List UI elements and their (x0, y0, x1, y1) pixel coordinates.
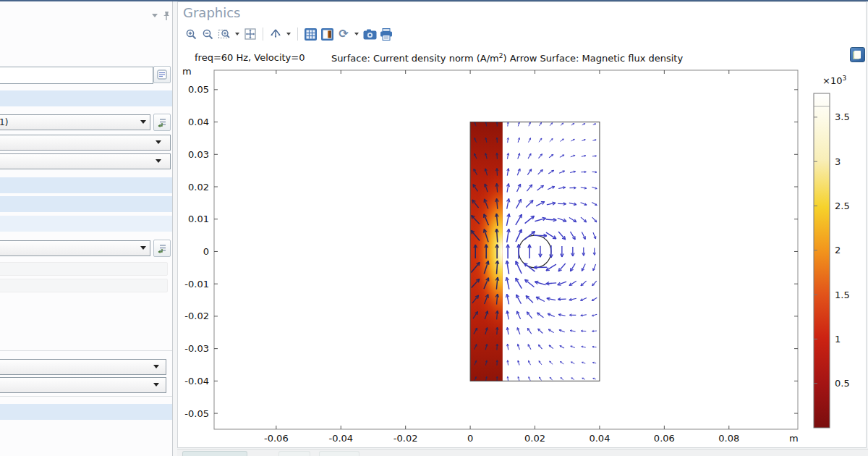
plot-canvas[interactable]: -0.06-0.04-0.0200.020.040.060.080.050.04… (178, 2, 867, 449)
svg-text:-0.01: -0.01 (184, 279, 209, 290)
svg-text:-0.03: -0.03 (184, 343, 209, 354)
section-header-band[interactable] (0, 177, 172, 193)
edit-expression-button[interactable] (153, 66, 171, 83)
section-header-band[interactable] (0, 196, 172, 212)
section-header-band[interactable] (0, 404, 172, 420)
svg-text:0.06: 0.06 (654, 433, 675, 444)
option-combo-6[interactable] (0, 377, 166, 393)
source-combo[interactable] (0, 240, 150, 256)
disabled-row (0, 262, 168, 276)
svg-text:0.01: 0.01 (188, 214, 209, 224)
chevron-down-icon (140, 120, 146, 124)
svg-text:-0.02: -0.02 (393, 433, 418, 444)
go-to-source-icon (157, 243, 167, 253)
svg-text:-0.02: -0.02 (184, 311, 209, 321)
svg-text:3: 3 (835, 156, 841, 167)
svg-text:-0.04: -0.04 (184, 376, 209, 387)
svg-text:0.05: 0.05 (188, 84, 209, 95)
dataset-combo[interactable]: 1) (0, 114, 150, 130)
bottom-panel-strip (177, 449, 868, 456)
svg-text:0.08: 0.08 (718, 433, 739, 444)
go-to-source-button[interactable] (153, 114, 171, 131)
disabled-row (0, 279, 168, 292)
svg-text:-0.05: -0.05 (184, 408, 209, 419)
chevron-down-icon (140, 246, 146, 250)
svg-text:2: 2 (835, 245, 841, 256)
go-to-source-button[interactable] (153, 240, 171, 257)
chevron-down-icon[interactable] (152, 14, 158, 17)
document-lines-icon (157, 69, 167, 80)
svg-text:2.5: 2.5 (835, 200, 850, 211)
option-combo-5[interactable] (0, 359, 166, 375)
app-window: 1) (0, 0, 868, 456)
svg-text:-0.04: -0.04 (328, 433, 353, 444)
svg-text:-0.06: -0.06 (264, 433, 289, 444)
section-header-band[interactable] (0, 216, 172, 232)
option-combo-2[interactable] (0, 135, 171, 151)
svg-text:0: 0 (467, 433, 473, 444)
svg-text:m: m (789, 433, 799, 444)
pin-icon[interactable] (162, 11, 171, 21)
svg-text:3.5: 3.5 (835, 111, 850, 122)
divider (0, 350, 172, 351)
svg-text:1: 1 (835, 334, 841, 345)
svg-text:0.5: 0.5 (835, 378, 850, 389)
svg-text:0.02: 0.02 (524, 433, 545, 444)
svg-text:1.5: 1.5 (835, 290, 850, 300)
graphics-panel: Graphics (177, 1, 867, 448)
svg-text:0.02: 0.02 (188, 182, 209, 193)
divider (0, 396, 172, 397)
chevron-down-icon (156, 140, 161, 144)
bottom-tab[interactable] (278, 451, 310, 456)
bottom-tab[interactable] (182, 451, 247, 456)
go-to-source-icon (157, 117, 167, 127)
section-header-band[interactable] (0, 90, 172, 106)
expression-input[interactable] (0, 67, 153, 84)
svg-text:0: 0 (203, 246, 209, 257)
svg-text:×103: ×103 (822, 75, 846, 86)
svg-text:0.04: 0.04 (188, 117, 209, 127)
chevron-down-icon (153, 383, 159, 387)
bottom-tab[interactable] (319, 451, 359, 456)
chevron-down-icon (156, 159, 161, 163)
svg-text:0.04: 0.04 (589, 433, 610, 444)
svg-text:m: m (182, 66, 192, 77)
dataset-combo-value: 1) (0, 117, 8, 127)
svg-text:0.03: 0.03 (188, 149, 209, 160)
option-combo-3[interactable] (0, 153, 171, 169)
settings-sidebar: 1) (0, 1, 173, 456)
chevron-down-icon (153, 365, 159, 368)
